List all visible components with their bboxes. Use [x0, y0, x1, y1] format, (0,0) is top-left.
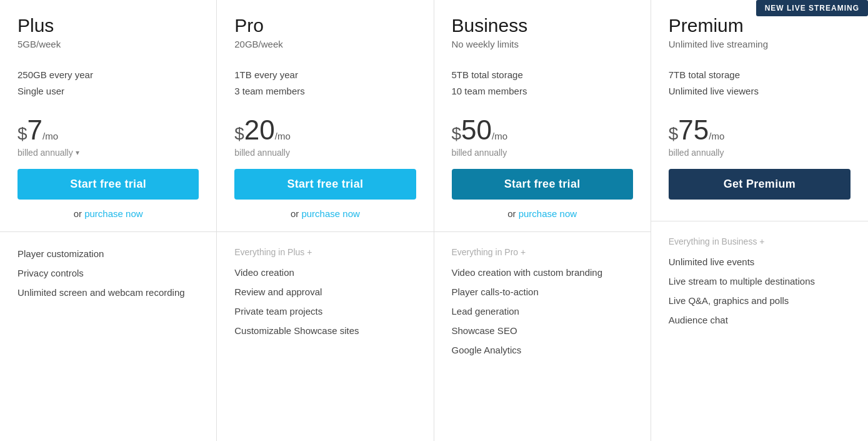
- plan-details-business: 5TB total storage10 team members: [452, 67, 633, 99]
- feature-item-pro-2: Private team projects: [234, 305, 416, 318]
- plan-price-premium: $75/mo: [669, 116, 851, 144]
- features-header-pro: Everything in Plus +: [234, 247, 416, 257]
- plan-details-pro: 1TB every year3 team members: [234, 67, 416, 99]
- plan-col-plus: Plus5GB/week250GB every yearSingle user$…: [0, 0, 217, 441]
- features-section-premium: Everything in Business +Unlimited live e…: [651, 221, 868, 441]
- billed-annually-premium: billed annually: [669, 148, 851, 158]
- feature-item-pro-1: Review and approval: [234, 285, 416, 298]
- purchase-now-link-plus[interactable]: purchase now: [84, 208, 142, 219]
- trial-button-plus[interactable]: Start free trial: [17, 169, 199, 200]
- plan-col-premium: PremiumUnlimited live streaming7TB total…: [651, 0, 868, 441]
- plan-col-pro: Pro20GB/week1TB every year3 team members…: [217, 0, 434, 441]
- chevron-down-icon: ▾: [76, 148, 79, 157]
- feature-item-premium-0: Unlimited live events: [669, 255, 851, 268]
- purchase-row-business: or purchase now: [452, 208, 633, 219]
- plan-name-premium: Premium: [669, 15, 851, 36]
- features-section-plus: Player customizationPrivacy controlsUnli…: [0, 232, 216, 441]
- plan-name-plus: Plus: [17, 15, 199, 36]
- plan-subtitle-business: No weekly limits: [452, 39, 633, 49]
- plan-price-plus: $7/mo: [17, 116, 199, 144]
- feature-item-premium-3: Audience chat: [669, 313, 851, 327]
- price-dollar-premium: $: [669, 124, 679, 144]
- feature-item-plus-0: Player customization: [17, 247, 199, 260]
- features-header-premium: Everything in Business +: [669, 236, 851, 246]
- billed-annually-plus[interactable]: billed annually ▾: [17, 148, 199, 158]
- plan-top-plus: Plus5GB/week250GB every yearSingle user$…: [0, 0, 216, 232]
- billed-text-plus: billed annually: [17, 148, 73, 158]
- plan-price-pro: $20/mo: [234, 116, 416, 144]
- feature-item-business-4: Google Analytics: [452, 343, 633, 357]
- plan-col-business: BusinessNo weekly limits5TB total storag…: [434, 0, 651, 441]
- features-section-pro: Everything in Plus +Video creationReview…: [217, 232, 433, 441]
- billed-annually-pro: billed annually: [234, 148, 416, 158]
- feature-item-premium-1: Live stream to multiple destinations: [669, 275, 851, 288]
- plan-top-business: BusinessNo weekly limits5TB total storag…: [434, 0, 651, 232]
- feature-item-business-3: Showcase SEO: [452, 324, 633, 337]
- price-dollar-pro: $: [234, 124, 244, 144]
- new-live-streaming-badge: NEW LIVE STREAMING: [756, 0, 868, 16]
- feature-item-plus-1: Privacy controls: [17, 266, 199, 280]
- trial-button-business[interactable]: Start free trial: [452, 169, 633, 200]
- billed-annually-business: billed annually: [452, 148, 633, 158]
- plan-details-premium: 7TB total storageUnlimited live viewers: [669, 67, 851, 99]
- price-amount-business: 50: [461, 116, 492, 144]
- feature-item-plus-2: Unlimited screen and webcam recording: [17, 286, 199, 299]
- trial-button-premium[interactable]: Get Premium: [669, 169, 851, 200]
- feature-item-premium-2: Live Q&A, graphics and polls: [669, 294, 851, 307]
- plan-subtitle-premium: Unlimited live streaming: [669, 39, 851, 49]
- purchase-now-link-pro[interactable]: purchase now: [301, 208, 359, 219]
- plan-top-pro: Pro20GB/week1TB every year3 team members…: [217, 0, 433, 232]
- feature-item-business-0: Video creation with custom branding: [452, 266, 633, 279]
- price-amount-plus: 7: [27, 116, 42, 144]
- plan-subtitle-pro: 20GB/week: [234, 39, 416, 49]
- plan-name-business: Business: [452, 15, 633, 36]
- purchase-row-plus: or purchase now: [17, 208, 199, 219]
- price-amount-pro: 20: [244, 116, 275, 144]
- plan-name-pro: Pro: [234, 15, 416, 36]
- plan-price-business: $50/mo: [452, 116, 633, 144]
- price-amount-premium: 75: [678, 116, 709, 144]
- plan-top-premium: PremiumUnlimited live streaming7TB total…: [651, 0, 868, 221]
- price-per-plus: /mo: [42, 131, 58, 141]
- pricing-table: NEW LIVE STREAMING Plus5GB/week250GB eve…: [0, 0, 868, 441]
- trial-button-pro[interactable]: Start free trial: [234, 169, 416, 200]
- features-header-business: Everything in Pro +: [452, 247, 633, 257]
- features-section-business: Everything in Pro +Video creation with c…: [434, 232, 651, 441]
- price-per-pro: /mo: [275, 131, 291, 141]
- feature-item-pro-3: Customizable Showcase sites: [234, 324, 416, 337]
- price-per-premium: /mo: [709, 131, 724, 141]
- plan-subtitle-plus: 5GB/week: [17, 39, 199, 49]
- purchase-now-link-business[interactable]: purchase now: [519, 208, 577, 219]
- price-dollar-plus: $: [17, 124, 27, 144]
- price-per-business: /mo: [492, 131, 507, 141]
- feature-item-business-1: Player calls-to-action: [452, 285, 633, 298]
- feature-item-pro-0: Video creation: [234, 266, 416, 279]
- feature-item-business-2: Lead generation: [452, 305, 633, 318]
- plan-details-plus: 250GB every yearSingle user: [17, 67, 199, 99]
- price-dollar-business: $: [452, 124, 462, 144]
- purchase-row-pro: or purchase now: [234, 208, 416, 219]
